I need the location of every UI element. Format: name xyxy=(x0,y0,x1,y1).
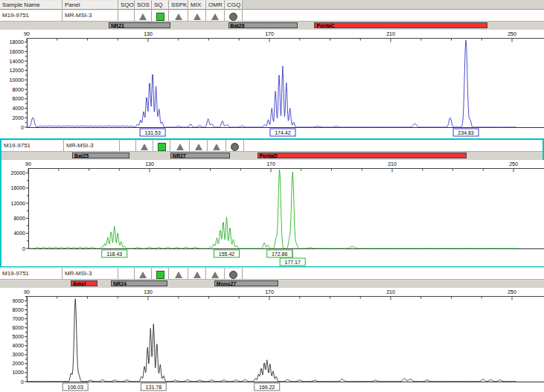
peak-label-172-86[interactable]: 172.86 xyxy=(267,250,292,257)
x-axis-tick-label: 90 xyxy=(24,31,30,36)
flag-cell-omr[interactable] xyxy=(208,140,226,151)
y-axis-tick-label: 3000 xyxy=(12,352,24,357)
x-axis-tick-label: 210 xyxy=(388,161,397,167)
y-axis-tick-label: 9000 xyxy=(12,298,24,303)
y-axis-tick-label: 4000 xyxy=(12,343,24,348)
y-axis-tick-label: 12000 xyxy=(11,201,26,206)
sample-row[interactable]: M19-9751MR-MSI-3 xyxy=(0,10,544,22)
mix-warning-triangle-icon xyxy=(193,271,201,278)
marker-row: Bat25NR27PentaD xyxy=(1,152,543,160)
flag-cell-cgq[interactable] xyxy=(225,268,243,279)
peak-label-106-03[interactable]: 106.03 xyxy=(63,383,88,391)
peak-label-174-42[interactable]: 174.42 xyxy=(270,129,295,136)
marker-row: NR21Bat26PentaC xyxy=(0,22,544,30)
flag-cell-omr[interactable] xyxy=(206,10,225,21)
sos-warning-triangle-icon xyxy=(139,13,147,20)
x-axis-tick-label: 250 xyxy=(508,31,516,36)
sspk-warning-triangle-icon xyxy=(175,13,182,20)
peak-label-155-42[interactable]: 155.42 xyxy=(214,250,240,257)
y-axis-tick-label: 4000 xyxy=(13,231,25,236)
sample-name-cell[interactable]: M19-9751 xyxy=(0,10,63,21)
marker-bar-mono27[interactable]: Mono27 xyxy=(214,280,278,286)
sample-row[interactable]: M19-9751MR-MSI-3 xyxy=(0,268,544,280)
flag-cell-cgq[interactable] xyxy=(226,140,244,151)
flag-cell-sos[interactable] xyxy=(135,10,152,21)
column-header-sample-name[interactable]: Sample Name xyxy=(0,0,63,9)
column-header-panel[interactable]: Panel xyxy=(63,0,118,9)
sample-name-cell[interactable]: M19-9751 xyxy=(0,268,63,279)
y-axis-tick-label: 20000 xyxy=(11,170,26,176)
y-axis-tick-label: 16000 xyxy=(10,49,25,54)
flag-cell-sos[interactable] xyxy=(135,268,152,279)
peak-label-text: 106.03 xyxy=(67,385,83,390)
peak-label-131-78[interactable]: 131.78 xyxy=(141,383,166,391)
electropherogram-panel-3[interactable]: M19-9751MR-MSI-3AmelNR24Mono279013017021… xyxy=(0,268,544,392)
sq-pass-square-icon xyxy=(156,271,164,279)
sample-row[interactable]: M19-9751MR-MSI-3 xyxy=(1,140,543,152)
electropherogram-plot[interactable]: 9013017021025004000800012000160002000011… xyxy=(1,160,544,266)
marker-row: AmelNR24Mono27 xyxy=(0,280,544,288)
sos-warning-triangle-icon xyxy=(139,271,147,278)
column-header-omr[interactable]: OMR xyxy=(206,0,225,9)
y-axis-tick-label: 1000 xyxy=(12,370,24,375)
marker-bar-nr21[interactable]: NR21 xyxy=(109,22,170,28)
y-axis-tick-label: 12000 xyxy=(10,68,25,73)
flag-cell-mix[interactable] xyxy=(188,268,206,279)
panel-name-cell[interactable]: MR-MSI-3 xyxy=(64,140,120,151)
peak-label-text: 177.17 xyxy=(285,260,301,265)
flag-cell-sqo[interactable] xyxy=(118,268,135,279)
column-header-sq[interactable]: SQ xyxy=(152,0,169,9)
omr-warning-triangle-icon xyxy=(213,144,220,150)
column-header-sspk[interactable]: SSPK xyxy=(169,0,188,9)
electropherogram-plot[interactable]: 9013017021025001000200030004000500060007… xyxy=(0,288,544,392)
marker-bar-nr24[interactable]: NR24 xyxy=(111,280,168,286)
flag-cell-sos[interactable] xyxy=(136,140,153,151)
flag-cell-cgq[interactable] xyxy=(225,10,243,21)
flag-cell-sqo[interactable] xyxy=(118,10,135,21)
sos-warning-triangle-icon xyxy=(141,144,148,150)
sample-name-cell[interactable]: M19-9751 xyxy=(1,140,64,151)
flag-cell-sspk[interactable] xyxy=(170,140,190,151)
column-header-cgq[interactable]: CGQ xyxy=(225,0,243,9)
sq-pass-square-icon xyxy=(156,13,164,21)
panel-name-cell[interactable]: MR-MSI-3 xyxy=(63,268,118,279)
flag-cell-sq[interactable] xyxy=(152,268,169,279)
peak-label-text: 118.43 xyxy=(106,251,122,257)
marker-bar-nr27[interactable]: NR27 xyxy=(170,152,230,158)
flag-cell-sspk[interactable] xyxy=(169,10,188,21)
mix-warning-triangle-icon xyxy=(193,13,201,20)
electropherogram-panel-1[interactable]: M19-9751MR-MSI-3NR21Bat26PentaC901301702… xyxy=(0,10,544,138)
flag-cell-sq[interactable] xyxy=(153,140,170,151)
omr-warning-triangle-icon xyxy=(211,13,219,20)
y-axis-tick-label: 6000 xyxy=(12,96,24,101)
y-axis-tick-label: 18000 xyxy=(10,39,25,45)
peak-label-131-53[interactable]: 131.53 xyxy=(140,129,165,136)
flag-cell-omr[interactable] xyxy=(206,268,225,279)
column-header-sqo[interactable]: SQO xyxy=(118,0,135,9)
marker-bar-pentad[interactable]: PentaD xyxy=(257,152,467,158)
peak-label-234-83[interactable]: 234.83 xyxy=(453,129,479,136)
electropherogram-panel-2[interactable]: M19-9751MR-MSI-3Bat25NR27PentaD901301702… xyxy=(0,138,544,267)
marker-bar-amel[interactable]: Amel xyxy=(71,280,97,286)
peak-label-118-43[interactable]: 118.43 xyxy=(102,250,127,257)
column-header-mix[interactable]: MIX xyxy=(188,0,206,9)
flag-cell-mix[interactable] xyxy=(188,10,206,21)
electropherogram-plot[interactable]: 9013017021025002000400060008000100001200… xyxy=(0,30,544,138)
peak-label-169-22[interactable]: 169.22 xyxy=(255,383,280,391)
y-axis-tick-label: 0 xyxy=(22,246,25,251)
flag-cell-mix[interactable] xyxy=(190,140,208,151)
marker-bar-bat26[interactable]: Bat26 xyxy=(228,22,298,28)
marker-bar-bat25[interactable]: Bat25 xyxy=(72,152,129,158)
flag-cell-sq[interactable] xyxy=(152,10,169,21)
column-header-sos[interactable]: SOS xyxy=(135,0,152,9)
sample-row-filler xyxy=(243,10,544,21)
x-axis-tick-label: 170 xyxy=(266,161,275,167)
peak-label-text: 155.42 xyxy=(219,251,235,257)
panel-name-cell[interactable]: MR-MSI-3 xyxy=(63,10,118,21)
flag-cell-sspk[interactable] xyxy=(169,268,188,279)
x-axis-tick-label: 130 xyxy=(144,289,153,295)
marker-bar-pentac[interactable]: PentaC xyxy=(314,22,487,28)
peak-label-text: 169.22 xyxy=(259,385,275,390)
flag-cell-sqo[interactable] xyxy=(120,140,136,151)
sq-pass-square-icon xyxy=(158,143,166,151)
